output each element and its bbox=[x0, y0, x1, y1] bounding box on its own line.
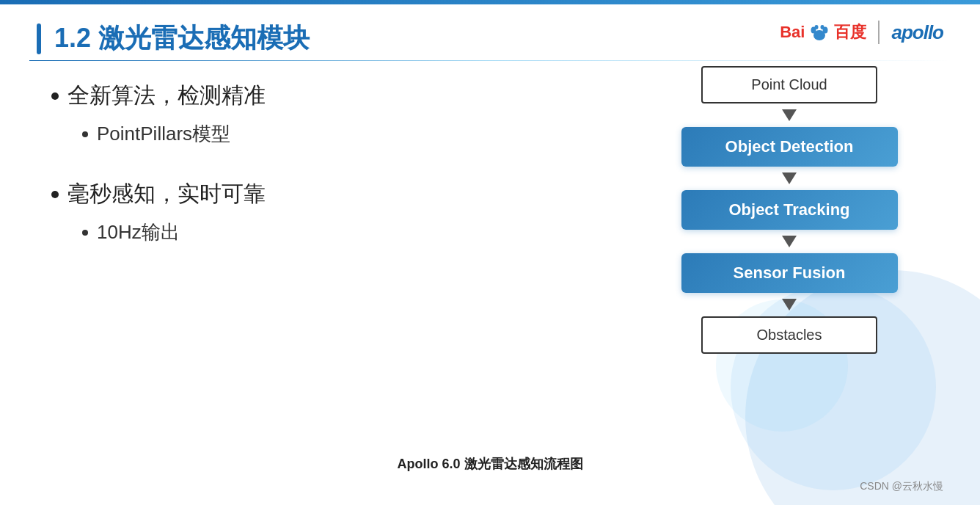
flowchart-caption: Apollo 6.0 激光雷达感知流程图 bbox=[397, 455, 582, 473]
title-area: 1.2 激光雷达感知模块 bbox=[37, 21, 310, 57]
apollo-logo-text: apollo bbox=[891, 21, 943, 44]
bullet-sub-2: 10Hz输出 bbox=[82, 219, 477, 245]
baidu-bai-text: Bai bbox=[780, 23, 805, 42]
logo-area: Bai 百度 apollo bbox=[780, 21, 943, 44]
baidu-logo: Bai 百度 bbox=[780, 21, 866, 44]
slide-title: 1.2 激光雷达感知模块 bbox=[54, 21, 310, 57]
bullet-main-2: 毫秒感知，实时可靠 bbox=[51, 179, 477, 209]
svg-point-3 bbox=[815, 25, 819, 29]
bullet-dot-1 bbox=[51, 92, 59, 100]
baidu-cn-text: 百度 bbox=[834, 21, 866, 43]
bullet-main-1: 全新算法，检测精准 bbox=[51, 81, 477, 111]
flow-arrow-2 bbox=[782, 172, 797, 184]
flowchart-box-point-cloud: Point Cloud bbox=[701, 66, 877, 103]
watermark: CSDN @云秋水慢 bbox=[860, 480, 943, 493]
flowchart: Point Cloud Object Detection Object Trac… bbox=[665, 66, 914, 354]
flowchart-box-object-detection: Object Detection bbox=[681, 127, 898, 167]
slide: 1.2 激光雷达感知模块 Bai 百度 apollo 全新算法，检测精准 bbox=[0, 0, 980, 505]
flowchart-box-obstacles: Obstacles bbox=[701, 316, 877, 354]
bullet-dot-2 bbox=[51, 191, 59, 198]
flow-arrow-4 bbox=[782, 299, 797, 310]
title-decoration bbox=[37, 23, 41, 54]
bullet-dot-sub-2 bbox=[82, 230, 88, 236]
flowchart-box-object-tracking: Object Tracking bbox=[681, 190, 898, 230]
header-line bbox=[0, 0, 980, 4]
bullet-dot-sub-1 bbox=[82, 131, 88, 137]
left-content: 全新算法，检测精准 PointPillars模型 毫秒感知，实时可靠 10Hz输… bbox=[51, 81, 477, 263]
flowchart-box-sensor-fusion: Sensor Fusion bbox=[681, 253, 898, 293]
svg-point-4 bbox=[821, 25, 824, 29]
flow-arrow-1 bbox=[782, 109, 797, 121]
flow-arrow-3 bbox=[782, 236, 797, 247]
logo-divider bbox=[878, 21, 880, 44]
bullet-sub-1: PointPillars模型 bbox=[82, 121, 477, 147]
title-separator bbox=[29, 60, 951, 61]
baidu-paw-icon bbox=[808, 21, 831, 44]
